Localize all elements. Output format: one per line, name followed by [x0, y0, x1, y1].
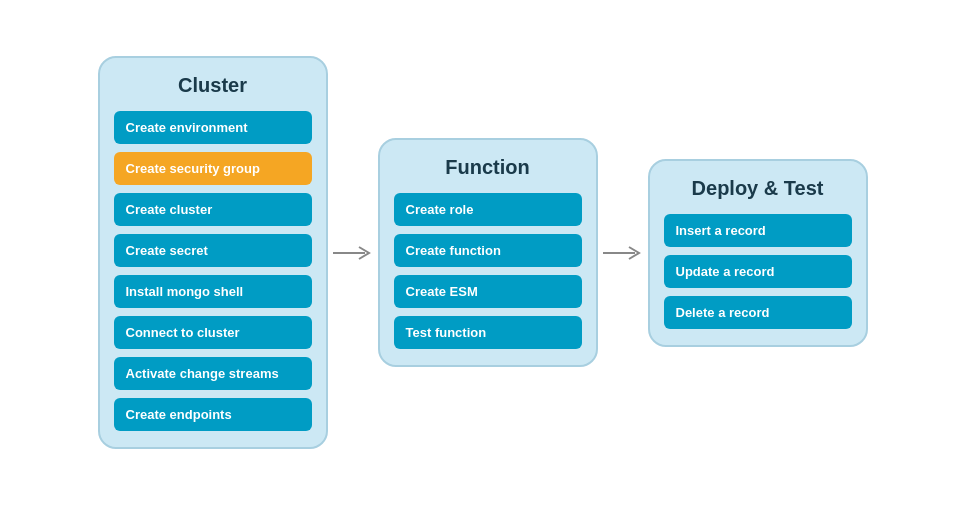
step-create-cluster[interactable]: Create cluster: [114, 193, 312, 226]
function-panel: Function Create role Create function Cre…: [378, 138, 598, 367]
step-insert-record[interactable]: Insert a record: [664, 214, 852, 247]
arrow-svg-1: [333, 243, 373, 263]
arrow-cluster-to-function: [328, 243, 378, 263]
step-install-mongo-shell[interactable]: Install mongo shell: [114, 275, 312, 308]
deploy-title: Deploy & Test: [692, 177, 824, 200]
step-create-endpoints[interactable]: Create endpoints: [114, 398, 312, 431]
step-create-security-group[interactable]: Create security group: [114, 152, 312, 185]
arrow-svg-2: [603, 243, 643, 263]
step-create-secret[interactable]: Create secret: [114, 234, 312, 267]
step-delete-record[interactable]: Delete a record: [664, 296, 852, 329]
step-update-record[interactable]: Update a record: [664, 255, 852, 288]
step-create-esm[interactable]: Create ESM: [394, 275, 582, 308]
diagram-container: Cluster Create environment Create securi…: [78, 36, 888, 469]
step-create-environment[interactable]: Create environment: [114, 111, 312, 144]
function-title: Function: [445, 156, 529, 179]
step-create-role[interactable]: Create role: [394, 193, 582, 226]
deploy-panel: Deploy & Test Insert a record Update a r…: [648, 159, 868, 347]
step-create-function[interactable]: Create function: [394, 234, 582, 267]
arrow-function-to-deploy: [598, 243, 648, 263]
cluster-panel: Cluster Create environment Create securi…: [98, 56, 328, 449]
step-test-function[interactable]: Test function: [394, 316, 582, 349]
step-activate-change-streams[interactable]: Activate change streams: [114, 357, 312, 390]
cluster-title: Cluster: [178, 74, 247, 97]
step-connect-to-cluster[interactable]: Connect to cluster: [114, 316, 312, 349]
